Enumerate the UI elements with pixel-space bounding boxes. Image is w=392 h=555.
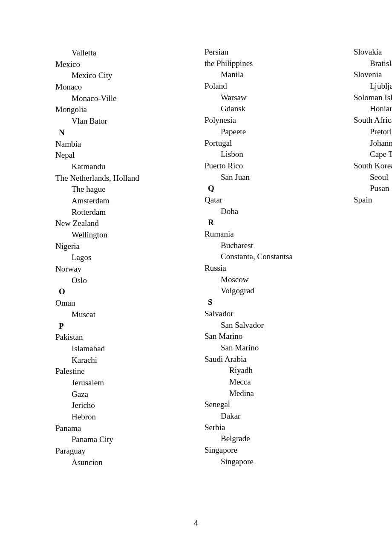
country-item: Mexico (55, 59, 187, 70)
city-item: Warsaw (205, 92, 337, 103)
city-item: Lagos (55, 252, 187, 263)
city-item: Seoul (354, 172, 392, 183)
section-header: R (205, 217, 337, 228)
page-number: 4 (0, 518, 392, 529)
city-item: Jerusalem (55, 378, 187, 388)
country-item: Portugal (205, 138, 337, 149)
country-item: Panama (55, 423, 187, 434)
city-item: Katmandu (55, 162, 187, 172)
country-item: Slovenia (354, 69, 392, 80)
country-item: Paraguay (55, 446, 187, 457)
country-item: Serbia (205, 422, 337, 433)
country-item: Spain (354, 195, 392, 205)
city-item: Medina (205, 388, 337, 399)
city-item: The hague (55, 184, 187, 195)
country-item: Poland (205, 81, 337, 92)
country-item: South Korea (354, 161, 392, 171)
city-item: Constanta, Constantsa (205, 251, 337, 262)
city-item: Pretoria (354, 127, 392, 137)
section-header: S (205, 297, 337, 308)
city-item: Karachi (55, 355, 187, 366)
city-item: Lisbon (205, 149, 337, 160)
city-item: Doha (205, 206, 337, 217)
city-item: Honiara (354, 104, 392, 114)
country-item: Monaco (55, 82, 187, 92)
city-item: Bratislava (354, 58, 392, 69)
country-item: Singapore (205, 445, 337, 456)
country-item: Salvador (205, 309, 337, 319)
city-item: Mecca (205, 377, 337, 387)
city-item: Gdansk (205, 104, 337, 114)
country-item: San Marino (205, 331, 337, 342)
city-item: Singapore (205, 457, 337, 467)
city-item: Rotterdam (55, 207, 187, 218)
country-item: South Africa (354, 115, 392, 126)
section-header: N (55, 127, 187, 138)
country-item: Nepal (55, 150, 187, 161)
city-item: Manila (205, 69, 337, 80)
city-item: Bucharest (205, 240, 337, 251)
city-item: San Juan (205, 172, 337, 183)
country-item: the Philippines (205, 58, 337, 69)
city-item: Pusan (354, 183, 392, 194)
city-item: Volgograd (205, 286, 337, 296)
country-item: Qatar (205, 195, 337, 205)
country-item: Oman (55, 298, 187, 309)
city-item: Muscat (55, 309, 187, 320)
section-header: Q (205, 183, 337, 194)
city-item: Vlan Bator (55, 116, 187, 127)
city-item: San Marino (205, 343, 337, 353)
city-item: Dakar (205, 411, 337, 422)
city-item: Islamabad (55, 344, 187, 354)
city-item: Wellington (55, 230, 187, 240)
section-header: P (55, 321, 187, 332)
country-item: Mongolia (55, 104, 187, 115)
city-item: Cape Town (354, 149, 392, 160)
country-item: Russia (205, 263, 337, 274)
city-item: Asuncion (55, 457, 187, 468)
city-item: Panama City (55, 434, 187, 445)
city-item: Jericho (55, 400, 187, 411)
section-header: O (55, 286, 187, 297)
country-item: Norway (55, 264, 187, 275)
country-item: Saudi Arabia (205, 354, 337, 365)
country-item: Soloman Islands (354, 92, 392, 103)
country-item: Rumania (205, 229, 337, 240)
city-item: Johannesburg (354, 138, 392, 149)
city-item: Ljubljana (354, 81, 392, 92)
country-item: Nigeria (55, 241, 187, 252)
country-item: Slovakia (354, 47, 392, 58)
city-item: Oslo (55, 275, 187, 286)
city-item: Hebron (55, 412, 187, 422)
country-item: Persian (205, 47, 337, 58)
country-item: Puerto Rico (205, 161, 337, 171)
country-item: Polynesia (205, 115, 337, 126)
country-item: The Netherlands, Holland (55, 173, 187, 184)
document-page: VallettaMexicoMexico CityMonacoMonaco-Vi… (0, 0, 392, 503)
city-item: Mexico City (55, 70, 187, 81)
country-item: Senegal (205, 399, 337, 410)
city-item: Riyadh (205, 365, 337, 376)
city-item: Valletta (55, 48, 187, 58)
country-item: Nambia (55, 139, 187, 150)
city-item: Belgrade (205, 434, 337, 444)
city-item: Gaza (55, 389, 187, 400)
city-item: San Salvador (205, 320, 337, 331)
city-item: Monaco-Ville (55, 93, 187, 104)
city-item: Papeete (205, 127, 337, 137)
city-item: Amsterdam (55, 196, 187, 206)
city-item: Moscow (205, 275, 337, 285)
country-item: Palestine (55, 366, 187, 377)
country-item: New Zealand (55, 218, 187, 229)
country-item: Pakistan (55, 332, 187, 343)
